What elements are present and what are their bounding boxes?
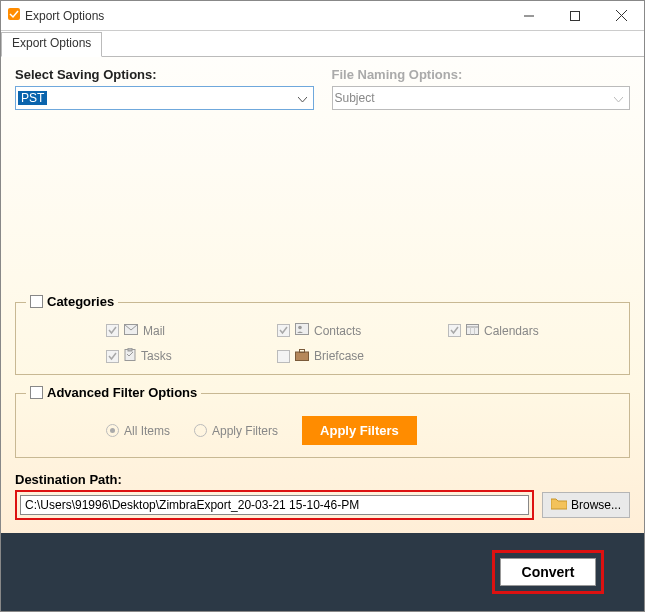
contacts-checkbox[interactable] — [277, 324, 290, 337]
briefcase-label: Briefcase — [314, 349, 364, 363]
all-items-option[interactable]: All Items — [106, 424, 170, 438]
saving-options-value: PST — [18, 91, 47, 105]
category-calendars: Calendars — [448, 323, 619, 338]
category-contacts: Contacts — [277, 323, 448, 338]
category-tasks: Tasks — [106, 348, 277, 364]
app-icon — [1, 7, 25, 25]
apply-filters-radio-label: Apply Filters — [212, 424, 278, 438]
svg-rect-15 — [300, 349, 305, 352]
advanced-legend: Advanced Filter Options — [47, 385, 197, 400]
all-items-label: All Items — [124, 424, 170, 438]
contacts-icon — [295, 323, 309, 338]
tab-export-options[interactable]: Export Options — [1, 32, 102, 57]
category-briefcase: Briefcase — [277, 348, 448, 364]
calendars-checkbox[interactable] — [448, 324, 461, 337]
svg-rect-8 — [467, 325, 479, 335]
footer: Convert — [1, 533, 644, 611]
advanced-filter-group: Advanced Filter Options All Items Apply … — [15, 385, 630, 458]
content-area: Select Saving Options: PST File Naming O… — [1, 57, 644, 533]
window-title: Export Options — [25, 9, 506, 23]
mail-checkbox[interactable] — [106, 324, 119, 337]
minimize-button[interactable] — [506, 1, 552, 30]
category-mail: Mail — [106, 323, 277, 338]
saving-options-label: Select Saving Options: — [15, 67, 314, 82]
contacts-label: Contacts — [314, 324, 361, 338]
destination-input[interactable] — [20, 495, 529, 515]
maximize-button[interactable] — [552, 1, 598, 30]
convert-highlight: Convert — [492, 550, 604, 594]
advanced-checkbox[interactable] — [30, 386, 43, 399]
file-naming-value: Subject — [335, 91, 375, 105]
briefcase-checkbox[interactable] — [277, 350, 290, 363]
titlebar: Export Options — [1, 1, 644, 31]
tab-bar: Export Options — [1, 31, 644, 57]
tasks-checkbox[interactable] — [106, 350, 119, 363]
destination-label: Destination Path: — [15, 472, 630, 487]
file-naming-select[interactable]: Subject — [332, 86, 631, 110]
radio-icon — [106, 424, 119, 437]
tasks-label: Tasks — [141, 349, 172, 363]
close-button[interactable] — [598, 1, 644, 30]
svg-rect-0 — [8, 8, 20, 20]
destination-highlight — [15, 490, 534, 520]
folder-icon — [551, 497, 567, 513]
svg-rect-14 — [296, 352, 309, 361]
calendars-label: Calendars — [484, 324, 539, 338]
radio-icon — [194, 424, 207, 437]
browse-label: Browse... — [571, 498, 621, 512]
convert-button[interactable]: Convert — [500, 558, 596, 586]
browse-button[interactable]: Browse... — [542, 492, 630, 518]
file-naming-label: File Naming Options: — [332, 67, 631, 82]
saving-options-select[interactable]: PST — [15, 86, 314, 110]
apply-filters-button[interactable]: Apply Filters — [302, 416, 417, 445]
svg-point-7 — [298, 326, 302, 330]
categories-legend: Categories — [47, 294, 114, 309]
chevron-down-icon — [298, 89, 307, 107]
svg-rect-2 — [571, 11, 580, 20]
mail-icon — [124, 324, 138, 338]
chevron-down-icon — [614, 89, 623, 107]
tasks-icon — [124, 348, 136, 364]
categories-checkbox[interactable] — [30, 295, 43, 308]
svg-rect-13 — [128, 348, 132, 351]
apply-filters-option[interactable]: Apply Filters — [194, 424, 278, 438]
mail-label: Mail — [143, 324, 165, 338]
categories-group: Categories Mail Contacts Calendars — [15, 294, 630, 375]
briefcase-icon — [295, 349, 309, 364]
calendar-icon — [466, 323, 479, 338]
